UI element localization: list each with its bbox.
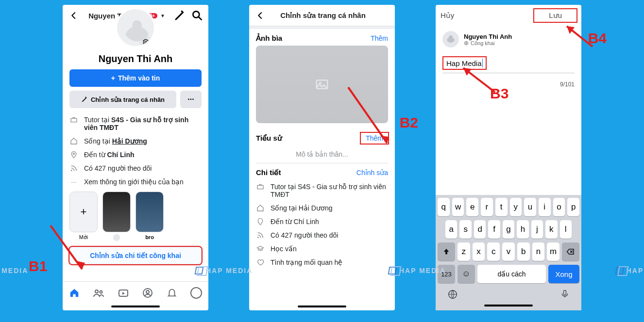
privacy-label: Công khai	[471, 40, 495, 46]
annotation-b4: B4	[588, 30, 607, 47]
detail-relationship-text: Tình trạng mối quan hệ	[271, 258, 342, 266]
intro-from-prefix: Đến từ	[84, 151, 107, 159]
tab-notifications-icon[interactable]	[167, 288, 177, 300]
key[interactable]: v	[502, 242, 515, 261]
cover-add-button[interactable]: Thêm	[371, 34, 388, 42]
save-button[interactable]: Lưu	[534, 9, 576, 22]
key[interactable]: n	[532, 242, 545, 261]
shift-key[interactable]	[438, 242, 455, 261]
key[interactable]: m	[547, 242, 559, 261]
chevron-down-icon: ▼	[160, 13, 165, 18]
privacy-indicator[interactable]: Công khai	[464, 40, 512, 46]
intro-from-name: Chí Linh	[107, 151, 135, 159]
story-new[interactable]: + Mới	[69, 192, 98, 241]
bio-placeholder[interactable]: Mô tả bản thân...	[249, 146, 395, 163]
detail-section-header: Chi tiết Chỉnh sửa	[249, 163, 395, 180]
mic-key[interactable]	[560, 289, 570, 302]
done-key[interactable]: Xong	[548, 265, 579, 283]
topbar: Chỉnh sửa trang cá nhân	[249, 5, 395, 26]
bottom-tab-bar	[63, 281, 208, 306]
intro-see-more[interactable]: ··· Xem thông tin giới thiệu của bạn	[69, 175, 202, 189]
key[interactable]: b	[517, 242, 530, 261]
add-story-button[interactable]: + Thêm vào tin	[69, 69, 202, 87]
bio-section-header: Tiểu sử Thêm	[249, 123, 395, 146]
key[interactable]: q	[438, 198, 450, 216]
key[interactable]: k	[545, 220, 557, 239]
pencil-icon[interactable]	[173, 9, 186, 22]
key[interactable]: i	[539, 198, 551, 216]
edit-profile-button[interactable]: Chỉnh sửa trang cá nhân	[69, 91, 176, 108]
key[interactable]: a	[445, 220, 457, 239]
back-icon[interactable]	[68, 9, 80, 22]
key[interactable]: w	[452, 198, 464, 216]
tab-watch-icon[interactable]	[118, 287, 129, 301]
bio-composer: Nguyen Thi Anh Công khai Hap Media	[436, 26, 581, 78]
key[interactable]: u	[524, 198, 536, 216]
bio-add-button[interactable]: Thêm	[361, 133, 388, 144]
key[interactable]: s	[459, 220, 471, 239]
image-icon	[315, 77, 329, 92]
detail-edit-button[interactable]: Chỉnh sửa	[356, 169, 388, 177]
svg-point-1	[145, 41, 147, 43]
space-key[interactable]: dấu cách	[477, 265, 546, 283]
edit-profile-label: Chỉnh sửa trang cá nhân	[91, 96, 165, 103]
keyboard-row-4: 123 ☺ dấu cách Xong	[438, 265, 579, 283]
detail-from-text: Đến từ Chí Linh	[271, 218, 319, 225]
story-item[interactable]	[102, 192, 131, 241]
key[interactable]: l	[560, 220, 572, 239]
tab-profile-icon[interactable]	[142, 287, 153, 301]
intro-from: Đến từ Chí Linh	[69, 148, 202, 161]
key[interactable]: c	[487, 242, 500, 261]
svg-point-4	[95, 290, 98, 293]
edit-public-details-button[interactable]: Chỉnh sửa chi tiết công khai	[69, 247, 202, 264]
watermark: HAP MEDIA	[0, 267, 28, 274]
pencil-icon	[81, 96, 88, 103]
bio-input[interactable]: Hap Media	[442, 55, 575, 73]
tab-menu-icon[interactable]	[190, 287, 202, 301]
camera-icon[interactable]	[139, 35, 152, 48]
rss-icon	[256, 231, 265, 239]
tab-friends-icon[interactable]	[93, 287, 104, 301]
key[interactable]: f	[488, 220, 500, 239]
search-icon[interactable]	[191, 9, 203, 22]
add-story-label: Thêm vào tin	[118, 74, 160, 82]
globe-icon	[464, 41, 469, 46]
emoji-key[interactable]: ☺	[458, 265, 475, 283]
intro-details: Tutor tại S4S - Gia sư hỗ trợ sinh viên …	[63, 113, 208, 189]
key[interactable]: j	[531, 220, 543, 239]
keyboard-row-1: q w e r t y u i o p	[438, 198, 579, 216]
cover-section-header: Ảnh bìa Thêm	[249, 29, 395, 46]
edit-public-label: Chỉnh sửa chi tiết công khai	[90, 252, 181, 259]
key[interactable]: e	[466, 198, 478, 216]
back-icon[interactable]	[254, 9, 267, 22]
key[interactable]: g	[503, 220, 514, 239]
keyboard-row-2: a s d f g h j k l	[438, 220, 579, 239]
key[interactable]: y	[510, 198, 522, 216]
key[interactable]: t	[495, 198, 508, 216]
graduation-icon	[256, 245, 265, 253]
detail-education-text: Học vấn	[271, 245, 297, 253]
cover-placeholder[interactable]	[256, 46, 388, 123]
topbar: Hủy Lưu	[436, 5, 581, 26]
key[interactable]: p	[567, 198, 579, 216]
key[interactable]: d	[474, 220, 486, 239]
intro-live-prefix: Sống tại	[84, 137, 112, 145]
cancel-button[interactable]: Hủy	[441, 11, 454, 20]
key[interactable]: x	[473, 242, 485, 261]
page-title: Chỉnh sửa trang cá nhân	[280, 11, 366, 20]
key[interactable]: h	[517, 220, 528, 239]
detail-work-prefix: Tutor tại	[271, 183, 296, 191]
story-item[interactable]: bro	[136, 192, 164, 241]
briefcase-icon	[256, 183, 265, 191]
avatar[interactable]	[116, 8, 155, 48]
char-counter: 9/101	[436, 78, 581, 88]
globe-key[interactable]	[447, 289, 458, 302]
plus-icon: +	[81, 206, 87, 218]
tab-home-icon[interactable]	[69, 288, 80, 300]
more-button[interactable]: ···	[180, 91, 202, 108]
key[interactable]: r	[481, 198, 493, 216]
key[interactable]: o	[553, 198, 565, 216]
key[interactable]: z	[458, 242, 470, 261]
story-new-label: Mới	[79, 234, 88, 240]
backspace-key[interactable]	[562, 242, 579, 261]
